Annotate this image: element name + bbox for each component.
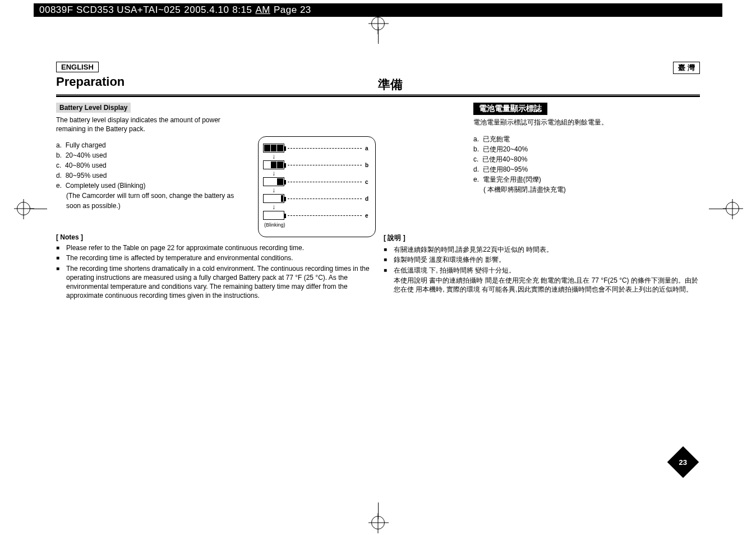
blinking-label: (Blinking): [264, 222, 371, 228]
battery-icon-full: [263, 144, 284, 153]
header-ampm: AM: [255, 4, 270, 16]
registration-mark-left: [17, 202, 47, 215]
battery-icon-empty: [263, 211, 284, 220]
battery-icon-2of3: [263, 160, 284, 169]
level-d-en: 80~95% used: [66, 172, 107, 179]
notes-list-en: Please refer to the Table on page 22 for…: [56, 243, 372, 300]
header-code: 00839F SCD353 USA+TAI~025: [39, 4, 181, 16]
note-zh-1: 有關連續錄製的時間,請參見第22頁中近似的 時間表。: [384, 245, 700, 254]
page-number-badge: 23: [667, 446, 699, 478]
section-title-en: Preparation: [56, 75, 378, 89]
diagram-label-a: a: [365, 145, 371, 151]
lang-box-english: ENGLISH: [56, 62, 99, 72]
level-e-en: Completely used (Blinking): [66, 182, 146, 190]
crop-mark-icon: [371, 516, 385, 529]
note-zh-3: 在低溫環境 下, 拍攝時間將 變得十分短。: [384, 266, 700, 275]
crop-mark-icon: [726, 202, 739, 215]
header-time: 8:15: [232, 4, 252, 16]
battery-levels-zh: a. 已充飽電 b. 已使用20~40% c. 已使用40~80% d. 已使用…: [473, 134, 700, 195]
arrow-down-icon: ↓: [272, 154, 371, 159]
rule-thin: [56, 94, 700, 95]
crop-mark-icon: [17, 202, 30, 215]
lang-box-taiwan: 臺 灣: [673, 62, 700, 74]
level-c-zh: 已使用40~80%: [482, 155, 527, 163]
notes-list-zh: 有關連續錄製的時間,請參見第22頁中近似的 時間表。 錄製時間受 溫度和環境條件…: [384, 245, 700, 275]
header-date: 2005.4.10: [184, 4, 229, 16]
arrow-down-icon: ↓: [272, 187, 371, 193]
diagram-label-e: e: [365, 213, 371, 219]
note-zh-2: 錄製時間受 溫度和環境條件的 影響。: [384, 255, 700, 264]
diagram-label-d: d: [365, 196, 371, 202]
level-a-zh: 已充飽電: [483, 135, 510, 143]
arrow-down-icon: ↓: [272, 204, 371, 210]
sub-head-zh: 電池電量顯示標誌: [473, 103, 547, 115]
level-a-en: Fully charged: [66, 141, 106, 149]
level-e-sub-en: (The Camcorder will turn off soon, chang…: [56, 191, 249, 211]
intro-zh: 電池電量顯示標誌可指示電池組的剩餘電量。: [473, 118, 700, 127]
level-e-sub-zh: ( 本機即將關閉,請盡快充電): [473, 185, 700, 195]
level-d-zh: 已使用80~95%: [483, 165, 528, 173]
note-en-1: Please refer to the Table on page 22 for…: [56, 243, 372, 252]
battery-levels-en: a. Fully charged b. 20~40% used c. 40~80…: [56, 140, 249, 211]
crop-mark-icon: [371, 17, 385, 30]
battery-diagram: a ↓ b ↓ c ↓: [258, 136, 376, 237]
note-zh-cont: 本使用說明 書中的連續拍攝時 間是在使用完全充 飽電的電池,且在 77 °F(2…: [384, 276, 700, 294]
battery-icon-sliver: [263, 194, 284, 203]
diagram-label-b: b: [365, 162, 371, 168]
registration-mark-top: [371, 17, 385, 44]
header-page: Page 23: [274, 4, 311, 16]
note-en-2: The recording time is affected by temper…: [56, 253, 372, 262]
battery-icon-1of3: [263, 177, 284, 186]
registration-mark-right: [709, 202, 739, 215]
rule-thick: [56, 95, 700, 97]
notes-head-zh: [ 說明 ]: [384, 233, 700, 243]
section-title-zh: 準備: [378, 76, 700, 93]
diagram-label-c: c: [365, 179, 371, 185]
registration-mark-bottom: [371, 502, 385, 529]
level-b-en: 20~40% used: [66, 151, 107, 159]
level-c-en: 40~80% used: [65, 162, 107, 169]
note-en-3: The recording time shortens dramatically…: [56, 264, 372, 301]
sub-head-en: Battery Level Display: [56, 103, 131, 113]
intro-en: The battery level display indicates the …: [56, 116, 249, 133]
level-b-zh: 已使用20~40%: [483, 145, 528, 153]
arrow-down-icon: ↓: [272, 170, 371, 176]
page-number: 23: [679, 458, 687, 467]
level-e-zh: 電量完全用盡(閃爍): [483, 176, 541, 183]
